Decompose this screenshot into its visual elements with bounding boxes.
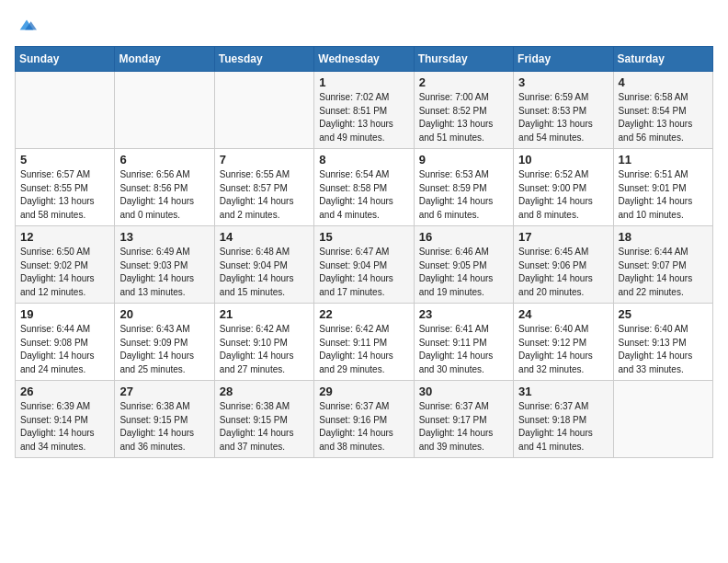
calendar-cell: 1Sunrise: 7:02 AM Sunset: 8:51 PM Daylig… [314, 72, 414, 149]
logo [15, 15, 37, 35]
day-number: 2 [419, 75, 508, 89]
day-number: 5 [20, 153, 109, 167]
calendar-cell: 17Sunrise: 6:45 AM Sunset: 9:06 PM Dayli… [514, 226, 613, 304]
header-tuesday: Tuesday [214, 47, 313, 72]
day-number: 4 [619, 75, 708, 89]
day-number: 18 [619, 230, 708, 244]
calendar-cell: 24Sunrise: 6:40 AM Sunset: 9:12 PM Dayli… [514, 304, 613, 381]
day-number: 13 [119, 230, 209, 244]
calendar-cell: 9Sunrise: 6:53 AM Sunset: 8:59 PM Daylig… [414, 149, 513, 226]
day-number: 12 [20, 230, 109, 244]
calendar-cell [613, 381, 712, 458]
day-number: 3 [518, 75, 608, 89]
calendar-cell: 15Sunrise: 6:47 AM Sunset: 9:04 PM Dayli… [314, 226, 414, 304]
calendar-cell: 26Sunrise: 6:39 AM Sunset: 9:14 PM Dayli… [16, 381, 115, 458]
day-info: Sunrise: 6:49 AM Sunset: 9:03 PM Dayligh… [119, 246, 209, 299]
day-info: Sunrise: 7:02 AM Sunset: 8:51 PM Dayligh… [319, 91, 408, 144]
header-saturday: Saturday [613, 47, 712, 72]
day-info: Sunrise: 6:58 AM Sunset: 8:54 PM Dayligh… [619, 91, 708, 144]
day-info: Sunrise: 6:44 AM Sunset: 9:08 PM Dayligh… [20, 323, 109, 376]
calendar-table: SundayMondayTuesdayWednesdayThursdayFrid… [15, 46, 713, 458]
calendar-week-row: 26Sunrise: 6:39 AM Sunset: 9:14 PM Dayli… [16, 381, 713, 458]
day-number: 21 [220, 307, 309, 321]
day-info: Sunrise: 6:47 AM Sunset: 9:04 PM Dayligh… [319, 246, 408, 299]
day-info: Sunrise: 6:53 AM Sunset: 8:59 PM Dayligh… [419, 168, 508, 222]
day-info: Sunrise: 6:48 AM Sunset: 9:04 PM Dayligh… [220, 246, 309, 299]
day-number: 8 [319, 153, 408, 167]
day-info: Sunrise: 6:57 AM Sunset: 8:55 PM Dayligh… [20, 168, 109, 222]
calendar-cell: 2Sunrise: 7:00 AM Sunset: 8:52 PM Daylig… [414, 72, 513, 149]
day-info: Sunrise: 6:42 AM Sunset: 9:11 PM Dayligh… [319, 323, 408, 376]
calendar-cell: 27Sunrise: 6:38 AM Sunset: 9:15 PM Dayli… [115, 381, 214, 458]
calendar-cell: 22Sunrise: 6:42 AM Sunset: 9:11 PM Dayli… [314, 304, 414, 381]
day-number: 23 [419, 307, 508, 321]
day-info: Sunrise: 6:46 AM Sunset: 9:05 PM Dayligh… [419, 246, 508, 299]
calendar-cell: 6Sunrise: 6:56 AM Sunset: 8:56 PM Daylig… [115, 149, 214, 226]
day-number: 19 [20, 307, 109, 321]
logo-icon [17, 15, 37, 35]
day-number: 29 [319, 385, 408, 398]
page-header [15, 15, 713, 35]
day-info: Sunrise: 6:51 AM Sunset: 9:01 PM Dayligh… [619, 168, 708, 222]
calendar-cell: 16Sunrise: 6:46 AM Sunset: 9:05 PM Dayli… [414, 226, 513, 304]
calendar-cell: 23Sunrise: 6:41 AM Sunset: 9:11 PM Dayli… [414, 304, 513, 381]
header-friday: Friday [514, 47, 613, 72]
calendar-cell: 14Sunrise: 6:48 AM Sunset: 9:04 PM Dayli… [214, 226, 313, 304]
day-info: Sunrise: 6:59 AM Sunset: 8:53 PM Dayligh… [518, 91, 608, 144]
day-info: Sunrise: 6:40 AM Sunset: 9:12 PM Dayligh… [518, 323, 608, 376]
day-number: 25 [619, 307, 708, 321]
calendar-header-row: SundayMondayTuesdayWednesdayThursdayFrid… [16, 47, 713, 72]
day-number: 7 [220, 153, 309, 167]
day-number: 22 [319, 307, 408, 321]
calendar-cell: 10Sunrise: 6:52 AM Sunset: 9:00 PM Dayli… [514, 149, 613, 226]
calendar-cell: 4Sunrise: 6:58 AM Sunset: 8:54 PM Daylig… [613, 72, 712, 149]
calendar-cell [16, 72, 115, 149]
calendar-week-row: 19Sunrise: 6:44 AM Sunset: 9:08 PM Dayli… [16, 304, 713, 381]
day-info: Sunrise: 6:56 AM Sunset: 8:56 PM Dayligh… [119, 168, 209, 222]
day-info: Sunrise: 6:40 AM Sunset: 9:13 PM Dayligh… [619, 323, 708, 376]
calendar-week-row: 12Sunrise: 6:50 AM Sunset: 9:02 PM Dayli… [16, 226, 713, 304]
calendar-cell: 5Sunrise: 6:57 AM Sunset: 8:55 PM Daylig… [16, 149, 115, 226]
day-info: Sunrise: 6:38 AM Sunset: 9:15 PM Dayligh… [220, 400, 309, 454]
calendar-cell: 20Sunrise: 6:43 AM Sunset: 9:09 PM Dayli… [115, 304, 214, 381]
day-number: 28 [220, 385, 309, 398]
calendar-cell [115, 72, 214, 149]
day-number: 11 [619, 153, 708, 167]
calendar-cell: 12Sunrise: 6:50 AM Sunset: 9:02 PM Dayli… [16, 226, 115, 304]
day-number: 20 [119, 307, 209, 321]
day-info: Sunrise: 6:37 AM Sunset: 9:16 PM Dayligh… [319, 400, 408, 454]
day-number: 10 [518, 153, 608, 167]
day-number: 16 [419, 230, 508, 244]
day-number: 14 [220, 230, 309, 244]
calendar-cell: 29Sunrise: 6:37 AM Sunset: 9:16 PM Dayli… [314, 381, 414, 458]
calendar-cell [214, 72, 313, 149]
calendar-cell: 30Sunrise: 6:37 AM Sunset: 9:17 PM Dayli… [414, 381, 513, 458]
day-number: 15 [319, 230, 408, 244]
day-info: Sunrise: 6:42 AM Sunset: 9:10 PM Dayligh… [220, 323, 309, 376]
day-info: Sunrise: 6:39 AM Sunset: 9:14 PM Dayligh… [20, 400, 109, 454]
day-info: Sunrise: 6:43 AM Sunset: 9:09 PM Dayligh… [119, 323, 209, 376]
calendar-cell: 13Sunrise: 6:49 AM Sunset: 9:03 PM Dayli… [115, 226, 214, 304]
calendar-cell: 28Sunrise: 6:38 AM Sunset: 9:15 PM Dayli… [214, 381, 313, 458]
header-sunday: Sunday [16, 47, 115, 72]
day-number: 27 [119, 385, 209, 398]
day-number: 6 [119, 153, 209, 167]
day-info: Sunrise: 6:41 AM Sunset: 9:11 PM Dayligh… [419, 323, 508, 376]
day-number: 26 [20, 385, 109, 398]
header-thursday: Thursday [414, 47, 513, 72]
day-info: Sunrise: 6:50 AM Sunset: 9:02 PM Dayligh… [20, 246, 109, 299]
day-info: Sunrise: 7:00 AM Sunset: 8:52 PM Dayligh… [419, 91, 508, 144]
day-number: 24 [518, 307, 608, 321]
day-info: Sunrise: 6:38 AM Sunset: 9:15 PM Dayligh… [119, 400, 209, 454]
calendar-cell: 19Sunrise: 6:44 AM Sunset: 9:08 PM Dayli… [16, 304, 115, 381]
calendar-week-row: 1Sunrise: 7:02 AM Sunset: 8:51 PM Daylig… [16, 72, 713, 149]
day-info: Sunrise: 6:37 AM Sunset: 9:17 PM Dayligh… [419, 400, 508, 454]
day-info: Sunrise: 6:54 AM Sunset: 8:58 PM Dayligh… [319, 168, 408, 222]
day-number: 1 [319, 75, 408, 89]
day-info: Sunrise: 6:52 AM Sunset: 9:00 PM Dayligh… [518, 168, 608, 222]
calendar-cell: 18Sunrise: 6:44 AM Sunset: 9:07 PM Dayli… [613, 226, 712, 304]
calendar-cell: 7Sunrise: 6:55 AM Sunset: 8:57 PM Daylig… [214, 149, 313, 226]
day-number: 9 [419, 153, 508, 167]
day-number: 31 [518, 385, 608, 398]
calendar-cell: 8Sunrise: 6:54 AM Sunset: 8:58 PM Daylig… [314, 149, 414, 226]
